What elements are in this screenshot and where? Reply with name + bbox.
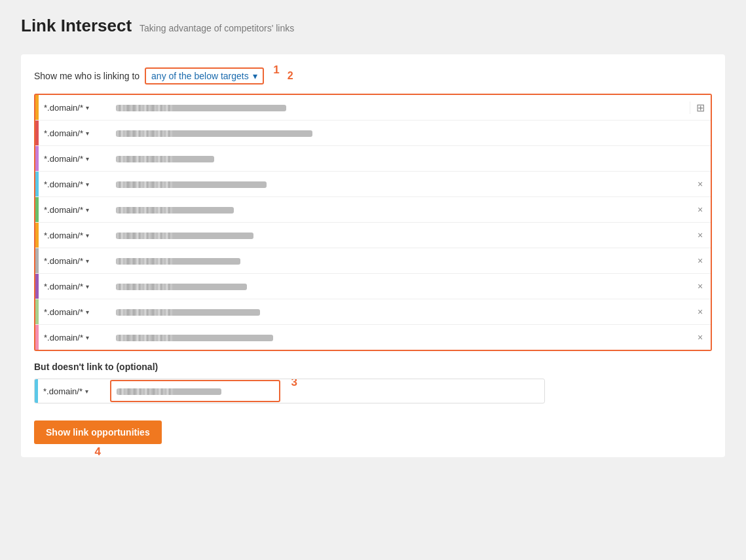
- target-row: *.domain/*▾×: [35, 197, 711, 223]
- chevron-down-icon: ▾: [253, 71, 257, 81]
- target-row: *.domain/*▾: [35, 146, 711, 172]
- chevron-icon: ▾: [86, 155, 89, 162]
- optional-blur: [117, 388, 221, 395]
- domain-select-3[interactable]: *.domain/*▾: [39, 176, 111, 193]
- target-row: *.domain/*▾×: [35, 299, 711, 325]
- annotation-1: 1: [273, 64, 279, 77]
- domain-label: *.domain/*: [44, 103, 83, 113]
- url-blur-7: [116, 284, 247, 290]
- url-blur-5: [116, 233, 253, 239]
- domain-select-5[interactable]: *.domain/*▾: [39, 227, 111, 244]
- domain-select-1[interactable]: *.domain/*▾: [39, 124, 111, 142]
- targets-box: *.domain/*▾⊞*.domain/*▾*.domain/*▾*.doma…: [34, 94, 712, 351]
- domain-label: *.domain/*: [44, 128, 83, 138]
- optional-url-input[interactable]: [111, 383, 279, 400]
- remove-button-8[interactable]: ×: [690, 307, 711, 317]
- domain-select-8[interactable]: *.domain/*▾: [39, 303, 111, 321]
- target-dropdown-label: any of the below targets: [151, 71, 249, 81]
- annotation-3: 3: [291, 379, 297, 389]
- domain-label: *.domain/*: [44, 333, 83, 343]
- domain-label: *.domain/*: [44, 282, 83, 291]
- chevron-icon: ▾: [86, 232, 89, 239]
- domain-select-4[interactable]: *.domain/*▾: [39, 201, 111, 219]
- domain-select-6[interactable]: *.domain/*▾: [39, 252, 111, 270]
- url-input-2[interactable]: [111, 150, 711, 168]
- remove-button-9[interactable]: ×: [690, 332, 711, 343]
- url-blur-0: [116, 105, 286, 111]
- target-row: *.domain/*▾×: [35, 274, 711, 299]
- chevron-icon: ▾: [86, 257, 89, 265]
- chevron-icon: ▾: [86, 181, 89, 188]
- url-input-3[interactable]: [111, 176, 690, 193]
- url-input-1[interactable]: [111, 124, 711, 142]
- target-row: *.domain/*▾×: [35, 248, 711, 274]
- chevron-icon: ▾: [86, 104, 89, 111]
- chevron-icon: ▾: [86, 308, 89, 316]
- chevron-icon: ▾: [86, 283, 89, 290]
- url-blur-6: [116, 258, 240, 265]
- annotation-2: 2: [288, 70, 293, 82]
- domain-label: *.domain/*: [44, 179, 83, 189]
- optional-domain-label: *.domain/*: [43, 386, 83, 396]
- target-row: *.domain/*▾: [35, 121, 711, 146]
- domain-select-7[interactable]: *.domain/*▾: [39, 278, 111, 295]
- url-input-0[interactable]: [111, 99, 690, 117]
- url-input-6[interactable]: [111, 252, 690, 270]
- chevron-icon: ▾: [86, 130, 89, 137]
- target-row: *.domain/*▾×: [35, 172, 711, 197]
- but-doesnt-label: But doesn't link to (optional): [34, 362, 712, 372]
- target-dropdown[interactable]: any of the below targets ▾: [145, 67, 264, 84]
- domain-label: *.domain/*: [44, 307, 83, 317]
- url-input-8[interactable]: [111, 303, 690, 321]
- chevron-icon: ▾: [86, 206, 89, 214]
- url-blur-8: [116, 309, 260, 316]
- url-blur-4: [116, 207, 234, 214]
- url-input-5[interactable]: [111, 227, 690, 244]
- target-row: *.domain/*▾×: [35, 325, 711, 350]
- domain-label: *.domain/*: [44, 256, 83, 266]
- url-blur-9: [116, 335, 273, 341]
- target-row: *.domain/*▾×: [35, 223, 711, 248]
- remove-button-6[interactable]: ×: [690, 255, 711, 266]
- domain-label: *.domain/*: [44, 154, 83, 164]
- domain-label: *.domain/*: [44, 205, 83, 215]
- url-input-9[interactable]: [111, 329, 690, 346]
- domain-select-9[interactable]: *.domain/*▾: [39, 329, 111, 346]
- url-input-4[interactable]: [111, 201, 690, 219]
- chevron-icon: ▾: [86, 334, 89, 341]
- optional-domain-select[interactable]: *.domain/* ▾: [38, 383, 110, 400]
- url-blur-2: [116, 156, 214, 162]
- remove-button-5[interactable]: ×: [690, 230, 711, 240]
- domain-select-2[interactable]: *.domain/*▾: [39, 150, 111, 168]
- remove-button-4[interactable]: ×: [690, 204, 711, 215]
- domain-label: *.domain/*: [44, 231, 83, 240]
- annotation-4: 4: [95, 445, 101, 458]
- target-row: *.domain/*▾⊞: [35, 95, 711, 121]
- show-link-opportunities-button[interactable]: Show link opportunities: [34, 420, 162, 444]
- show-me-label: Show me who is linking to: [34, 71, 140, 81]
- domain-select-0[interactable]: *.domain/*▾: [39, 99, 111, 117]
- url-input-7[interactable]: [111, 278, 690, 295]
- paste-icon-0[interactable]: ⊞: [690, 102, 711, 114]
- remove-button-7[interactable]: ×: [690, 281, 711, 291]
- url-blur-3: [116, 181, 267, 188]
- remove-button-3[interactable]: ×: [690, 179, 711, 189]
- url-blur-1: [116, 130, 312, 137]
- page-subtitle: Taking advantage of competitors' links: [140, 23, 294, 33]
- page-title: Link Intersect: [21, 16, 132, 36]
- optional-chevron-icon: ▾: [85, 388, 88, 395]
